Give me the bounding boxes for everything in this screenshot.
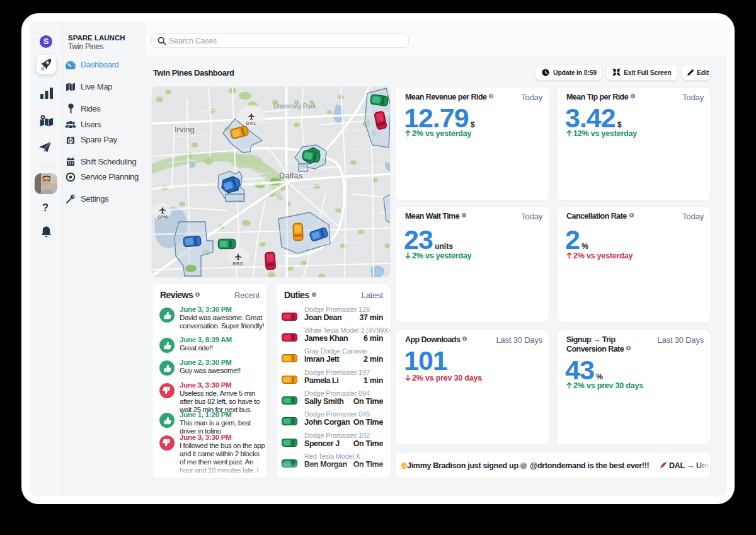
- svg-text:Dallas: Dallas: [279, 171, 303, 180]
- svg-text:University Park: University Park: [273, 103, 316, 110]
- svg-text:DAL: DAL: [246, 120, 257, 126]
- svg-text:RBD: RBD: [232, 261, 244, 267]
- svg-text:Irving: Irving: [175, 125, 195, 134]
- svg-text:GPM: GPM: [158, 215, 168, 219]
- svg-text:$: $: [69, 139, 72, 144]
